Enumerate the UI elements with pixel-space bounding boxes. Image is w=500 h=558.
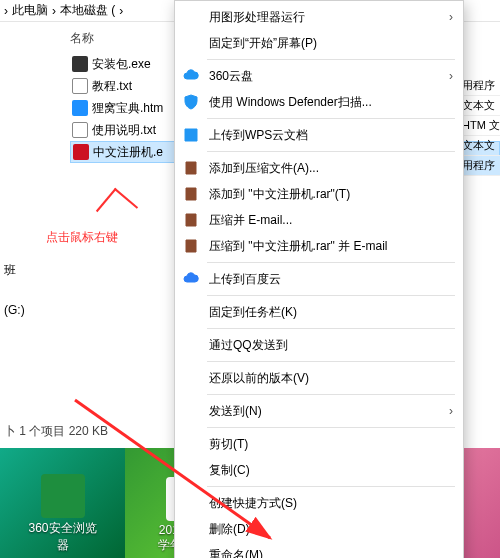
rar-icon bbox=[181, 211, 201, 229]
rar-icon bbox=[181, 237, 201, 255]
peek-type: 文本文档 bbox=[460, 96, 500, 116]
chevron-right-icon: › bbox=[449, 404, 453, 418]
menu-item-label: 重命名(M) bbox=[209, 547, 453, 559]
menu-item[interactable]: 创建快捷方式(S) bbox=[175, 490, 463, 516]
blank-icon bbox=[181, 303, 201, 321]
menu-item-label: 固定到任务栏(K) bbox=[209, 304, 453, 321]
file-name-label: 教程.txt bbox=[92, 78, 132, 95]
blank-icon bbox=[181, 8, 201, 26]
menu-item[interactable]: 上传到WPS云文档 bbox=[175, 122, 463, 148]
menu-item-label: 添加到 "中文注册机.rar"(T) bbox=[209, 186, 453, 203]
right-column-peek: 用程序 文本文档 HTM 文 文本文档 用程序 bbox=[460, 28, 500, 208]
tree-item-drive[interactable]: (G:) bbox=[4, 303, 25, 317]
txt-file-icon bbox=[72, 122, 88, 138]
menu-item[interactable]: 360云盘› bbox=[175, 63, 463, 89]
menu-item[interactable]: 使用 Windows Defender扫描... bbox=[175, 89, 463, 115]
peek-type: HTM 文 bbox=[460, 116, 500, 136]
annotation-text: 点击鼠标右键 bbox=[46, 230, 118, 244]
blank-icon bbox=[181, 546, 201, 558]
blank-icon bbox=[181, 494, 201, 512]
menu-separator bbox=[207, 361, 455, 362]
annotation-tip: 点击鼠标右键 bbox=[46, 228, 118, 246]
menu-item-label: 复制(C) bbox=[209, 462, 453, 479]
cloud-blue-icon bbox=[181, 67, 201, 85]
menu-item[interactable]: 固定到任务栏(K) bbox=[175, 299, 463, 325]
menu-item[interactable]: 剪切(T) bbox=[175, 431, 463, 457]
left-tree-fragment[interactable]: 班 (G:) bbox=[0, 238, 25, 317]
menu-item[interactable]: 用图形处理器运行› bbox=[175, 4, 463, 30]
blank-icon bbox=[181, 34, 201, 52]
browser-360-icon bbox=[41, 474, 85, 518]
peek-type: 用程序 bbox=[460, 76, 500, 96]
menu-item-label: 剪切(T) bbox=[209, 436, 453, 453]
context-menu: 用图形处理器运行›固定到“开始”屏幕(P)360云盘›使用 Windows De… bbox=[174, 0, 464, 558]
menu-separator bbox=[207, 295, 455, 296]
menu-item[interactable]: 固定到“开始”屏幕(P) bbox=[175, 30, 463, 56]
exe1-file-icon bbox=[72, 56, 88, 72]
file-name-label: 安装包.exe bbox=[92, 56, 151, 73]
breadcrumb-sep: › bbox=[52, 4, 56, 18]
tree-item-fragment[interactable]: 班 bbox=[4, 262, 25, 279]
blank-icon bbox=[181, 520, 201, 538]
annotation-arrow-icon bbox=[96, 188, 138, 230]
breadcrumb-sep: › bbox=[4, 4, 8, 18]
menu-item[interactable]: 复制(C) bbox=[175, 457, 463, 483]
peek-type: 用程序 bbox=[460, 156, 500, 176]
menu-item-label: 压缩到 "中文注册机.rar" 并 E-mail bbox=[209, 238, 453, 255]
wps-blue-icon bbox=[181, 126, 201, 144]
menu-separator bbox=[207, 262, 455, 263]
breadcrumb-sep: › bbox=[119, 4, 123, 18]
blank-icon bbox=[181, 435, 201, 453]
menu-item[interactable]: 通过QQ发送到 bbox=[175, 332, 463, 358]
shield-blue-icon bbox=[181, 93, 201, 111]
menu-item-label: 删除(D) bbox=[209, 521, 453, 538]
desktop-shortcut-browser[interactable]: 360安全浏览 器 bbox=[0, 448, 125, 558]
menu-separator bbox=[207, 394, 455, 395]
menu-item-label: 还原以前的版本(V) bbox=[209, 370, 453, 387]
chevron-right-icon: › bbox=[449, 69, 453, 83]
file-name-label: 狸窝宝典.htm bbox=[92, 100, 163, 117]
menu-item-label: 添加到压缩文件(A)... bbox=[209, 160, 453, 177]
rar-icon bbox=[181, 185, 201, 203]
blank-icon bbox=[181, 402, 201, 420]
rar-icon bbox=[181, 159, 201, 177]
menu-separator bbox=[207, 328, 455, 329]
menu-item-label: 发送到(N) bbox=[209, 403, 443, 420]
menu-item[interactable]: 还原以前的版本(V) bbox=[175, 365, 463, 391]
menu-item-label: 创建快捷方式(S) bbox=[209, 495, 453, 512]
menu-separator bbox=[207, 151, 455, 152]
status-bar: 卜 1 个项目 220 KB bbox=[4, 423, 108, 440]
menu-item[interactable]: 压缩并 E-mail... bbox=[175, 207, 463, 233]
menu-item-label: 固定到“开始”屏幕(P) bbox=[209, 35, 453, 52]
menu-item-label: 360云盘 bbox=[209, 68, 443, 85]
menu-item[interactable]: 添加到压缩文件(A)... bbox=[175, 155, 463, 181]
menu-separator bbox=[207, 486, 455, 487]
menu-item-label: 压缩并 E-mail... bbox=[209, 212, 453, 229]
file-name-label: 使用说明.txt bbox=[92, 122, 156, 139]
blank-icon bbox=[181, 336, 201, 354]
menu-item[interactable]: 添加到 "中文注册机.rar"(T) bbox=[175, 181, 463, 207]
menu-item[interactable]: 删除(D) bbox=[175, 516, 463, 542]
peek-type: 文本文档 bbox=[460, 136, 500, 156]
menu-item-label: 通过QQ发送到 bbox=[209, 337, 453, 354]
htm-file-icon bbox=[72, 100, 88, 116]
desktop-label: 器 bbox=[57, 537, 69, 554]
menu-item[interactable]: 上传到百度云 bbox=[175, 266, 463, 292]
breadcrumb-part-1[interactable]: 此电脑 bbox=[12, 2, 48, 19]
menu-item[interactable]: 压缩到 "中文注册机.rar" 并 E-mail bbox=[175, 233, 463, 259]
txt-file-icon bbox=[72, 78, 88, 94]
menu-item[interactable]: 发送到(N)› bbox=[175, 398, 463, 424]
menu-separator bbox=[207, 59, 455, 60]
menu-item-label: 上传到百度云 bbox=[209, 271, 453, 288]
menu-item-label: 上传到WPS云文档 bbox=[209, 127, 453, 144]
blank-icon bbox=[181, 461, 201, 479]
menu-separator bbox=[207, 118, 455, 119]
chevron-right-icon: › bbox=[449, 10, 453, 24]
blank-icon bbox=[181, 369, 201, 387]
exe2-file-icon bbox=[73, 144, 89, 160]
file-name-label: 中文注册机.e bbox=[93, 144, 163, 161]
breadcrumb-part-2[interactable]: 本地磁盘 ( bbox=[60, 2, 115, 19]
menu-item-label: 用图形处理器运行 bbox=[209, 9, 443, 26]
desktop-label: 360安全浏览 bbox=[28, 520, 96, 537]
menu-item[interactable]: 重命名(M) bbox=[175, 542, 463, 558]
